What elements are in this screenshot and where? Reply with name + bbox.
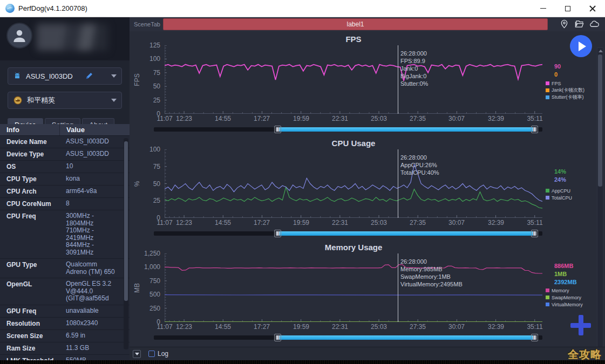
header-info: Info xyxy=(0,124,59,135)
legend-item[interactable]: Stutter(卡顿率) xyxy=(546,94,584,101)
minimize-icon xyxy=(540,8,546,9)
x-tick-label: 30:07 xyxy=(448,219,465,226)
cpu-range-slider[interactable] xyxy=(154,227,542,240)
collapse-button[interactable] xyxy=(133,350,141,358)
add-chart-button[interactable] xyxy=(570,315,591,335)
row-value: 300MHz - 1804MHz 710MHz - 2419MHz 844MHz… xyxy=(59,210,130,258)
fps-legend: FPSJank(卡顿次数)Stutter(卡顿率) xyxy=(546,80,584,101)
main-scrollbar[interactable] xyxy=(597,47,603,360)
cpu-plot[interactable]: 26:28:000AppCPU:26%TotalCPU:40% xyxy=(165,149,542,218)
y-tick-label: 500 xyxy=(149,291,160,298)
y-tick-label: 1,250 xyxy=(144,250,160,257)
legend-item[interactable]: Jank(卡顿次数) xyxy=(546,87,584,94)
y-tick-label: 75 xyxy=(153,70,160,76)
current-value-label: 2392MB xyxy=(554,278,577,286)
device-name-label: ASUS_I003DD xyxy=(26,72,73,80)
memory-range-slider[interactable] xyxy=(154,331,542,344)
row-value: ASUS_I003DD xyxy=(59,148,130,160)
series-line-FPS xyxy=(165,65,542,81)
legend-label: Stutter(卡顿率) xyxy=(552,94,584,101)
main-scrollbar-thumb[interactable] xyxy=(598,54,602,187)
row-label: Device Type xyxy=(0,148,59,160)
y-tick-label: 25 xyxy=(153,97,160,104)
y-tick-label: 125 xyxy=(149,42,160,49)
x-tick-label: 17:27 xyxy=(254,323,270,331)
folder-icon[interactable] xyxy=(574,19,584,29)
y-tick-label: 100 xyxy=(149,56,160,62)
game-app-icon xyxy=(13,95,23,105)
charts-area: FPS FPS0255075100125 26:28:000FPS:89.9Ja… xyxy=(130,31,605,347)
x-tick-label: 25:03 xyxy=(371,115,387,122)
memory-plot[interactable]: 26:28:000Memory:985MBSwapMemory:1MBVirtu… xyxy=(165,253,542,322)
slider-handle-left[interactable] xyxy=(274,334,281,341)
legend-item[interactable]: SwapMemory xyxy=(546,294,583,301)
x-tick-label: 14:55 xyxy=(215,219,231,226)
x-tick-label: 14:55 xyxy=(215,323,231,331)
play-button[interactable] xyxy=(570,35,592,57)
scroll-up-icon[interactable] xyxy=(599,50,603,52)
legend-label: SwapMemory xyxy=(552,295,581,300)
cloud-icon[interactable] xyxy=(589,19,600,29)
x-tick-label: 19:59 xyxy=(293,323,309,331)
legend-color-swatch xyxy=(546,303,549,306)
legend-item[interactable]: TotalCPU xyxy=(546,194,572,201)
user-avatar[interactable] xyxy=(6,23,32,49)
close-button[interactable] xyxy=(580,0,605,17)
slider-handle-right[interactable] xyxy=(531,334,538,341)
x-tick-label: 11:07 xyxy=(157,115,172,122)
fps-range-slider[interactable] xyxy=(154,123,542,136)
maximize-button[interactable] xyxy=(555,0,580,17)
legend-item[interactable]: VirtualMemory xyxy=(546,301,583,308)
cursor-line xyxy=(398,149,398,218)
person-icon xyxy=(11,28,28,44)
row-label: OpenGL xyxy=(0,278,59,305)
x-tick-label: 27:35 xyxy=(410,323,426,331)
legend-label: Memory xyxy=(552,288,569,293)
legend-item[interactable]: AppCPU xyxy=(546,187,572,194)
y-tick-label: 75 xyxy=(153,163,160,170)
legend-item[interactable]: FPS xyxy=(546,80,584,87)
table-row: CPU CoreNum8 xyxy=(0,198,130,210)
legend-color-swatch xyxy=(546,289,549,292)
row-value: arm64-v8a xyxy=(59,186,130,197)
legend-color-swatch xyxy=(546,296,549,299)
x-tick-label: 30:07 xyxy=(448,115,465,122)
slider-handle-right[interactable] xyxy=(531,126,538,133)
x-axis-labels: 11:0712:2314:5517:2719:5922:3125:0327:35… xyxy=(165,322,542,331)
row-label: CPU Arch xyxy=(0,186,59,197)
location-pin-icon[interactable] xyxy=(559,19,569,29)
app-name-label: 和平精英 xyxy=(27,95,55,105)
row-value: 8 xyxy=(59,198,130,210)
fps-plot[interactable]: 26:28:000FPS:89.9Jank:0BigJank:0Stutter:… xyxy=(165,45,542,114)
table-scrollbar[interactable] xyxy=(124,138,128,349)
scene-label1-bar[interactable]: label1 xyxy=(163,18,548,30)
edit-pen-icon[interactable] xyxy=(85,72,93,80)
app-select[interactable]: 和平精英 xyxy=(8,92,122,109)
table-row: OS10 xyxy=(0,161,130,173)
table-row: CPU Freq300MHz - 1804MHz 710MHz - 2419MH… xyxy=(0,210,130,259)
play-icon xyxy=(579,42,586,51)
log-checkbox[interactable] xyxy=(148,351,155,357)
row-value: unavaliable xyxy=(59,305,130,317)
slider-handle-right[interactable] xyxy=(531,230,538,237)
right-panel: 900 FPSJank(卡顿次数)Stutter(卡顿率) xyxy=(542,45,605,114)
x-tick-label: 35:11 xyxy=(527,323,542,331)
row-value: OpenGL ES 3.2 V@444.0 (GIT@aaf565d xyxy=(59,278,130,305)
device-info-table: Info Value Device NameASUS_I003DDDevice … xyxy=(0,124,130,360)
minimize-button[interactable] xyxy=(531,0,555,17)
x-tick-label: 17:27 xyxy=(254,115,270,122)
table-scrollbar-thumb[interactable] xyxy=(124,141,128,301)
slider-handle-left[interactable] xyxy=(274,230,281,237)
device-select[interactable]: ASUS_I003DD xyxy=(8,67,122,85)
x-tick-label: 25:03 xyxy=(371,219,387,226)
table-row: GPU Frequnavaliable xyxy=(0,305,130,318)
table-row: CPU Archarm64-v8a xyxy=(0,186,130,198)
table-header: Info Value xyxy=(0,124,130,136)
slider-handle-left[interactable] xyxy=(274,126,281,133)
y-axis: %0255075100 xyxy=(130,149,165,218)
x-tick-label: 14:55 xyxy=(215,115,231,122)
window-title: PerfDog(v4.1.200708) xyxy=(18,4,87,12)
main-panel: SceneTab label1 FPS FPS0255075100125 xyxy=(130,17,605,360)
legend-item[interactable]: Memory xyxy=(546,287,583,294)
user-section xyxy=(0,17,130,60)
